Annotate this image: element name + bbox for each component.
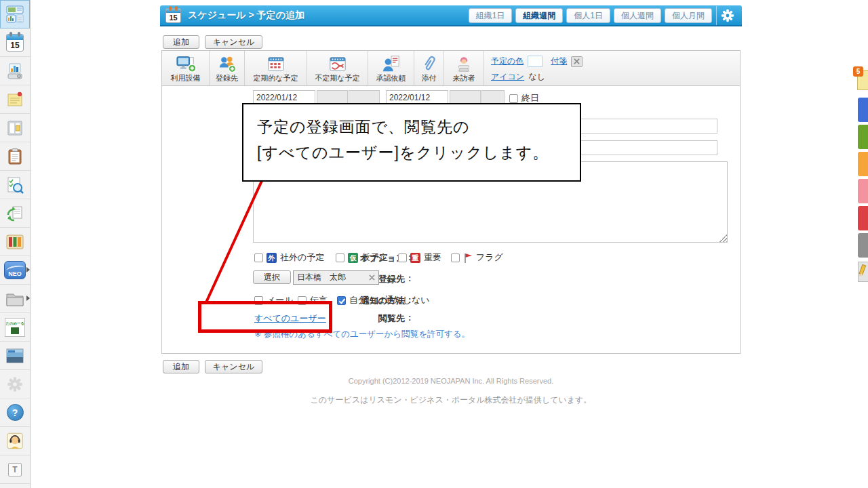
view-personal-week-button[interactable]: 個人週間: [614, 8, 661, 23]
gear-icon: [720, 8, 735, 23]
color-chip-red[interactable]: [858, 206, 868, 230]
notify-self-option: 自分には通知しない: [337, 294, 430, 306]
clipboard-icon: [5, 147, 24, 166]
all-users-link[interactable]: すべてのユーザー: [254, 312, 326, 325]
expand-arrow-icon[interactable]: [26, 267, 30, 272]
annotation-callout: 予定の登録画面で、閲覧先の [すべてのユーザー]をクリックします。: [242, 103, 581, 182]
option-flag: フラグ: [451, 251, 503, 264]
irregular-calendar-icon: [327, 54, 349, 73]
schedule-form-panel: 利用設備 登録先: [161, 50, 741, 354]
recurring-schedule-button[interactable]: 定期的な予定: [245, 51, 307, 85]
tentative-checkbox[interactable]: [336, 253, 344, 262]
visitor-button[interactable]: 来訪者: [444, 51, 484, 85]
sidebar-item-binders[interactable]: [0, 228, 30, 256]
photo-banner-icon: [5, 347, 25, 365]
registrant-member-tag: 日本橋 太郎: [293, 270, 379, 285]
sidebar-item-cabinet[interactable]: [0, 114, 30, 142]
cancel-button-bottom[interactable]: キャンセル: [205, 360, 262, 373]
expand-arrow-icon[interactable]: [26, 296, 30, 301]
color-chip-blue[interactable]: [858, 98, 868, 122]
visibility-label: 閲覧先: [323, 312, 405, 325]
view-personal-month-button[interactable]: 個人月間: [665, 8, 712, 23]
notify-mail-checkbox[interactable]: [254, 296, 263, 305]
toolbar-links: 予定の色 付箋 アイコン なし: [484, 51, 740, 85]
settings-button[interactable]: [716, 6, 738, 25]
annotation-text-line1: 予定の登録画面で、閲覧先の: [257, 114, 580, 140]
add-button-bottom[interactable]: 追加: [163, 360, 199, 373]
sidebar-item-support[interactable]: [0, 427, 30, 455]
remove-member-icon[interactable]: [369, 274, 375, 281]
sidebar-item-settings[interactable]: [0, 370, 30, 399]
tanomeru-icon: たのめーる: [5, 318, 25, 337]
attachment-button[interactable]: 添付: [414, 51, 444, 85]
edit-pencil-shortcut[interactable]: [858, 262, 868, 282]
icon-link[interactable]: アイコン: [491, 71, 524, 83]
form-toolbar: 利用設備 登録先: [162, 51, 740, 86]
cancel-button-top[interactable]: キャンセル: [205, 35, 262, 49]
schedule-calendar-icon: 15: [6, 34, 24, 52]
color-chip-green[interactable]: [858, 125, 868, 149]
color-chip-gray[interactable]: [858, 233, 868, 258]
textarea-resize-handle[interactable]: [719, 235, 727, 242]
equipment-icon: [175, 54, 197, 73]
page: 15: [0, 0, 868, 488]
visitor-icon: [454, 54, 474, 73]
flag-checkbox[interactable]: [451, 253, 460, 262]
sidebar-item-memo[interactable]: [0, 85, 30, 114]
projector-icon: [5, 62, 25, 81]
sidebar-item-portal[interactable]: [0, 0, 30, 28]
paperclip-icon: [420, 54, 438, 73]
view-org-week-button[interactable]: 組織週間: [515, 8, 563, 23]
add-button-top[interactable]: 追加: [163, 35, 199, 49]
provider-text: このサービスはリスモン・ビジネス・ポータル株式会社が提供しています。: [161, 394, 741, 406]
sidebar-item-circulation[interactable]: [0, 199, 30, 228]
allday-checkbox[interactable]: [509, 94, 518, 103]
sidebar-item-help[interactable]: ?: [0, 399, 30, 427]
fusen-clear-button[interactable]: [571, 56, 583, 67]
schedule-color-link[interactable]: 予定の色: [491, 56, 524, 67]
view-personal-day-button[interactable]: 個人1日: [566, 8, 610, 23]
app-sidebar: 15: [0, 0, 31, 488]
notify-mail-option: メール: [254, 294, 294, 306]
color-chip-orange[interactable]: [858, 152, 868, 176]
sidebar-item-schedule[interactable]: 15: [0, 28, 30, 57]
option-important: 重 重要: [398, 251, 441, 264]
registrant-select-button[interactable]: 選択: [253, 270, 291, 284]
gear-icon: [6, 375, 24, 393]
portal-icon: [5, 5, 25, 24]
fusen-link[interactable]: 付箋: [551, 56, 567, 67]
option-tentative: 仮 仮予定: [336, 251, 388, 264]
sidebar-item-banner[interactable]: [0, 342, 30, 370]
sidebar-item-text-tool[interactable]: T: [0, 455, 30, 484]
sticky-note-shortcut[interactable]: 5: [857, 70, 868, 90]
important-checkbox[interactable]: [398, 253, 407, 262]
color-chip-pink[interactable]: [858, 179, 868, 203]
sidebar-item-facility[interactable]: [0, 57, 30, 85]
header-day-number: 15: [166, 13, 180, 22]
sidebar-item-neo[interactable]: NEO: [0, 256, 30, 285]
registrant-button[interactable]: 登録先: [210, 51, 245, 85]
notify-message-option: 伝言: [298, 294, 328, 306]
approval-request-button[interactable]: 承認依頼: [368, 51, 414, 85]
operator-icon: [5, 432, 24, 450]
annotation-text-line2: [すべてのユーザー]をクリックします。: [257, 140, 580, 165]
equipment-button[interactable]: 利用設備: [162, 51, 210, 85]
external-checkbox[interactable]: [254, 253, 263, 262]
sticky-note-icon: [5, 90, 24, 109]
notify-message-checkbox[interactable]: [298, 296, 307, 305]
view-org-day-button[interactable]: 組織1日: [469, 8, 513, 23]
help-icon: ?: [7, 404, 24, 421]
sidebar-item-todo[interactable]: [0, 142, 30, 171]
page-title: スケジュール > 予定の追加: [188, 9, 304, 22]
module-header: 15 スケジュール > 予定の追加 組織1日 組織週間 個人1日 個人週間 個人…: [160, 5, 742, 26]
color-swatch[interactable]: [528, 56, 542, 67]
sidebar-item-tanomeru[interactable]: たのめーる: [0, 313, 30, 342]
approval-icon: [381, 54, 401, 73]
visibility-note: ※ 参照権のあるすべてのユーザーから閲覧を許可する。: [254, 329, 470, 340]
pencil-icon: [859, 262, 867, 280]
sidebar-item-search[interactable]: [0, 171, 30, 199]
neo-icon: NEO: [4, 261, 26, 279]
irregular-schedule-button[interactable]: 不定期な予定: [307, 51, 368, 85]
sidebar-item-folder[interactable]: [0, 285, 30, 313]
notify-self-checkbox[interactable]: [337, 296, 346, 305]
